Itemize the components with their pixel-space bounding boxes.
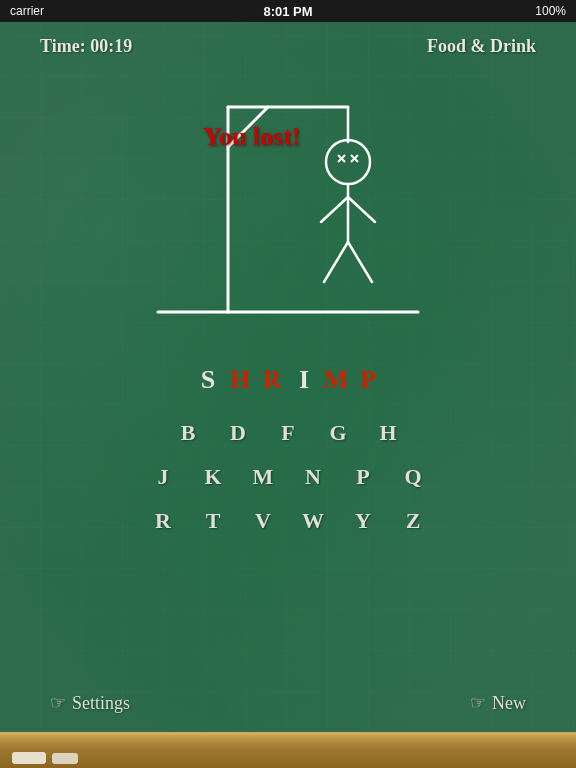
key-p[interactable]: P (345, 459, 381, 495)
key-q[interactable]: Q (395, 459, 431, 495)
word-display: SHRIMP (194, 365, 382, 395)
key-b[interactable]: B (170, 415, 206, 451)
gallows-drawing (128, 67, 448, 337)
new-label[interactable]: New (492, 693, 526, 714)
svg-line-11 (321, 197, 348, 222)
new-hand-icon: ☞ (470, 692, 486, 714)
key-j[interactable]: J (145, 459, 181, 495)
key-r[interactable]: R (145, 503, 181, 539)
key-n[interactable]: N (295, 459, 331, 495)
chalk-ledge (0, 732, 576, 768)
settings-hand-icon: ☞ (50, 692, 66, 714)
key-row: BDFGH (170, 415, 406, 451)
word-letter-i: I (290, 365, 318, 395)
key-d[interactable]: D (220, 415, 256, 451)
key-g[interactable]: G (320, 415, 356, 451)
key-y[interactable]: Y (345, 503, 381, 539)
word-letter-h: H (226, 365, 254, 395)
word-letter-m: M (322, 365, 350, 395)
settings-label[interactable]: Settings (72, 693, 130, 714)
battery-text: 100% (535, 4, 566, 18)
svg-line-14 (348, 242, 372, 282)
svg-line-13 (324, 242, 348, 282)
chalk-piece-2 (52, 753, 78, 764)
svg-point-5 (326, 140, 370, 184)
new-game-button[interactable]: ☞ New (470, 692, 526, 714)
svg-line-12 (348, 197, 375, 222)
word-letter-s: S (194, 365, 222, 395)
key-v[interactable]: V (245, 503, 281, 539)
status-bar: carrier 8:01 PM 100% (0, 0, 576, 22)
bottom-bar: ☞ Settings ☞ New (0, 692, 576, 714)
key-row: RTVWYZ (145, 503, 431, 539)
gallows-container: You lost! (0, 67, 576, 347)
key-m[interactable]: M (245, 459, 281, 495)
key-f[interactable]: F (270, 415, 306, 451)
key-t[interactable]: T (195, 503, 231, 539)
carrier-text: carrier (10, 4, 44, 18)
word-letter-p: P (354, 365, 382, 395)
key-z[interactable]: Z (395, 503, 431, 539)
key-row: JKMNPQ (145, 459, 431, 495)
top-info: Time: 00:19 Food & Drink (0, 22, 576, 57)
keyboard: BDFGHJKMNPQRTVWYZ (145, 415, 431, 539)
settings-button[interactable]: ☞ Settings (50, 692, 130, 714)
key-k[interactable]: K (195, 459, 231, 495)
timer-label: Time: 00:19 (40, 36, 132, 57)
chalkboard: Time: 00:19 Food & Drink (0, 22, 576, 732)
key-w[interactable]: W (295, 503, 331, 539)
chalk-piece-1 (12, 752, 46, 764)
key-h[interactable]: H (370, 415, 406, 451)
status-time: 8:01 PM (263, 4, 312, 19)
word-letter-r: R (258, 365, 286, 395)
you-lost-label: You lost! (203, 122, 301, 152)
category-label: Food & Drink (427, 36, 536, 57)
